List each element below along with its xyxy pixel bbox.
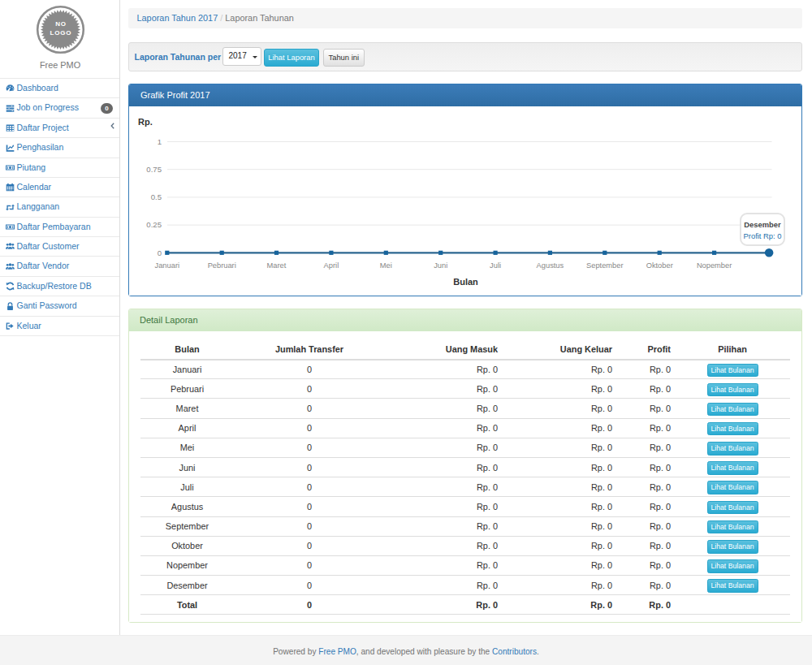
- svg-text:Agustus: Agustus: [537, 261, 564, 270]
- svg-text:0.75: 0.75: [146, 165, 162, 174]
- svg-text:Desember: Desember: [744, 219, 781, 228]
- svg-text:Rp.: Rp.: [138, 117, 153, 127]
- svg-text:Bulan: Bulan: [453, 277, 478, 287]
- svg-text:1: 1: [158, 137, 162, 146]
- svg-text:0.25: 0.25: [146, 220, 162, 229]
- svg-text:Profit Rp: 0: Profit Rp: 0: [744, 231, 782, 240]
- svg-text:September: September: [586, 261, 623, 270]
- svg-text:April: April: [324, 261, 339, 270]
- svg-text:Juli: Juli: [490, 261, 501, 270]
- svg-text:Pebruari: Pebruari: [208, 261, 236, 270]
- svg-text:Juni: Juni: [434, 261, 447, 270]
- svg-text:0.5: 0.5: [151, 192, 162, 201]
- svg-text:Januari: Januari: [155, 261, 180, 270]
- svg-text:Maret: Maret: [267, 261, 287, 270]
- svg-text:NO: NO: [55, 20, 67, 28]
- svg-text:Oktober: Oktober: [646, 261, 673, 270]
- svg-text:Mei: Mei: [380, 261, 392, 270]
- svg-text:0: 0: [158, 248, 162, 257]
- svg-text:Nopember: Nopember: [697, 261, 732, 270]
- svg-text:LOGO: LOGO: [50, 29, 71, 37]
